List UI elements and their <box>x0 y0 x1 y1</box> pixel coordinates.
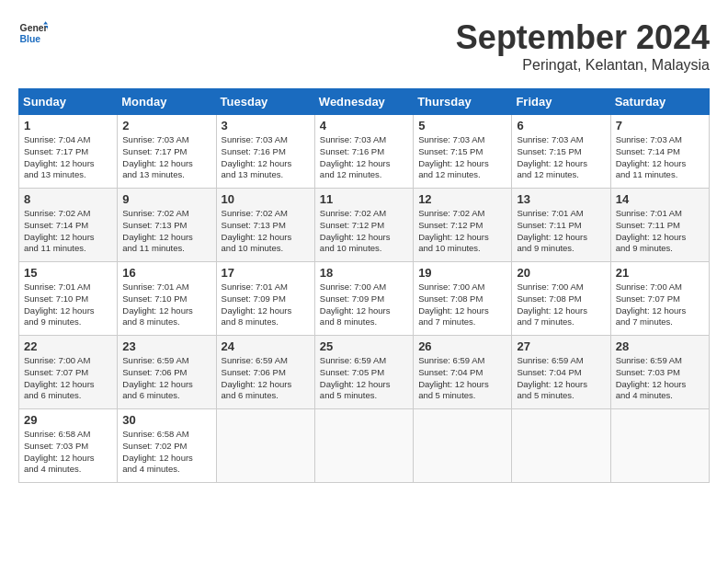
calendar-cell: 25Sunrise: 6:59 AM Sunset: 7:05 PM Dayli… <box>314 336 413 409</box>
day-number: 21 <box>616 266 704 280</box>
day-number: 30 <box>122 413 210 427</box>
day-info: Sunrise: 7:01 AM Sunset: 7:10 PM Dayligh… <box>122 282 210 328</box>
calendar-cell: 6Sunrise: 7:03 AM Sunset: 7:15 PM Daylig… <box>512 115 610 189</box>
weekday-header-saturday: Saturday <box>610 89 709 115</box>
calendar-cell <box>610 409 709 483</box>
calendar-cell: 9Sunrise: 7:02 AM Sunset: 7:13 PM Daylig… <box>118 189 216 262</box>
calendar-cell: 14Sunrise: 7:01 AM Sunset: 7:11 PM Dayli… <box>610 189 709 262</box>
calendar-cell: 28Sunrise: 6:59 AM Sunset: 7:03 PM Dayli… <box>610 336 709 409</box>
day-info: Sunrise: 7:02 AM Sunset: 7:14 PM Dayligh… <box>24 208 112 255</box>
day-info: Sunrise: 7:02 AM Sunset: 7:13 PM Dayligh… <box>222 208 310 255</box>
logo-icon: General Blue <box>18 18 48 48</box>
day-info: Sunrise: 7:02 AM Sunset: 7:12 PM Dayligh… <box>320 208 408 255</box>
calendar-cell <box>314 409 413 483</box>
page-header: General Blue September 2024 Peringat, Ke… <box>18 18 710 74</box>
day-number: 19 <box>418 266 506 280</box>
day-info: Sunrise: 7:02 AM Sunset: 7:13 PM Dayligh… <box>122 208 210 255</box>
day-number: 29 <box>24 413 112 427</box>
day-number: 7 <box>616 119 704 132</box>
day-number: 11 <box>320 192 408 206</box>
day-number: 28 <box>616 339 704 353</box>
weekday-header-monday: Monday <box>118 89 216 115</box>
calendar-cell: 26Sunrise: 6:59 AM Sunset: 7:04 PM Dayli… <box>414 336 512 409</box>
day-info: Sunrise: 6:58 AM Sunset: 7:03 PM Dayligh… <box>24 429 112 476</box>
logo: General Blue <box>18 18 48 48</box>
calendar-cell: 20Sunrise: 7:00 AM Sunset: 7:08 PM Dayli… <box>512 262 610 336</box>
calendar-cell: 24Sunrise: 6:59 AM Sunset: 7:06 PM Dayli… <box>216 336 314 409</box>
day-info: Sunrise: 6:58 AM Sunset: 7:02 PM Dayligh… <box>122 429 210 476</box>
day-info: Sunrise: 6:59 AM Sunset: 7:05 PM Dayligh… <box>320 355 408 402</box>
day-number: 1 <box>24 119 112 132</box>
day-info: Sunrise: 7:03 AM Sunset: 7:16 PM Dayligh… <box>222 134 310 181</box>
calendar-cell: 18Sunrise: 7:00 AM Sunset: 7:09 PM Dayli… <box>314 262 413 336</box>
day-info: Sunrise: 7:00 AM Sunset: 7:07 PM Dayligh… <box>616 282 704 328</box>
calendar-cell: 21Sunrise: 7:00 AM Sunset: 7:07 PM Dayli… <box>610 262 709 336</box>
day-info: Sunrise: 7:03 AM Sunset: 7:17 PM Dayligh… <box>122 134 210 181</box>
calendar-cell <box>216 409 314 483</box>
calendar-cell: 7Sunrise: 7:03 AM Sunset: 7:14 PM Daylig… <box>610 115 709 189</box>
day-info: Sunrise: 7:00 AM Sunset: 7:08 PM Dayligh… <box>418 282 506 328</box>
day-number: 27 <box>517 339 605 353</box>
day-number: 13 <box>517 192 605 206</box>
month-title: September 2024 <box>456 18 710 57</box>
day-number: 8 <box>24 192 112 206</box>
calendar-week-row: 15Sunrise: 7:01 AM Sunset: 7:10 PM Dayli… <box>19 262 710 336</box>
day-info: Sunrise: 7:03 AM Sunset: 7:16 PM Dayligh… <box>320 134 408 181</box>
day-info: Sunrise: 7:00 AM Sunset: 7:07 PM Dayligh… <box>24 355 112 402</box>
weekday-header-wednesday: Wednesday <box>314 89 413 115</box>
calendar-cell <box>512 409 610 483</box>
day-info: Sunrise: 7:04 AM Sunset: 7:17 PM Dayligh… <box>24 134 112 181</box>
calendar-cell <box>414 409 512 483</box>
day-number: 16 <box>122 266 210 280</box>
day-info: Sunrise: 6:59 AM Sunset: 7:04 PM Dayligh… <box>418 355 506 402</box>
day-number: 18 <box>320 266 408 280</box>
day-number: 14 <box>616 192 704 206</box>
day-number: 3 <box>222 119 310 132</box>
calendar-cell: 3Sunrise: 7:03 AM Sunset: 7:16 PM Daylig… <box>216 115 314 189</box>
day-info: Sunrise: 7:01 AM Sunset: 7:11 PM Dayligh… <box>616 208 704 255</box>
title-section: September 2024 Peringat, Kelantan, Malay… <box>456 18 710 74</box>
day-info: Sunrise: 6:59 AM Sunset: 7:06 PM Dayligh… <box>122 355 210 402</box>
day-info: Sunrise: 7:03 AM Sunset: 7:14 PM Dayligh… <box>616 134 704 181</box>
calendar-cell: 30Sunrise: 6:58 AM Sunset: 7:02 PM Dayli… <box>118 409 216 483</box>
day-info: Sunrise: 7:00 AM Sunset: 7:08 PM Dayligh… <box>517 282 605 328</box>
calendar-cell: 22Sunrise: 7:00 AM Sunset: 7:07 PM Dayli… <box>19 336 118 409</box>
day-number: 23 <box>122 339 210 353</box>
calendar-week-row: 8Sunrise: 7:02 AM Sunset: 7:14 PM Daylig… <box>19 189 710 262</box>
location-subtitle: Peringat, Kelantan, Malaysia <box>456 57 710 74</box>
calendar-cell: 1Sunrise: 7:04 AM Sunset: 7:17 PM Daylig… <box>19 115 118 189</box>
calendar-cell: 29Sunrise: 6:58 AM Sunset: 7:03 PM Dayli… <box>19 409 118 483</box>
weekday-header-sunday: Sunday <box>19 89 118 115</box>
calendar-cell: 12Sunrise: 7:02 AM Sunset: 7:12 PM Dayli… <box>414 189 512 262</box>
calendar-cell: 23Sunrise: 6:59 AM Sunset: 7:06 PM Dayli… <box>118 336 216 409</box>
svg-text:Blue: Blue <box>20 34 41 44</box>
weekday-header-thursday: Thursday <box>414 89 512 115</box>
day-number: 17 <box>222 266 310 280</box>
day-info: Sunrise: 7:01 AM Sunset: 7:09 PM Dayligh… <box>222 282 310 328</box>
day-info: Sunrise: 6:59 AM Sunset: 7:03 PM Dayligh… <box>616 355 704 402</box>
calendar-cell: 10Sunrise: 7:02 AM Sunset: 7:13 PM Dayli… <box>216 189 314 262</box>
day-number: 24 <box>222 339 310 353</box>
day-info: Sunrise: 7:03 AM Sunset: 7:15 PM Dayligh… <box>517 134 605 181</box>
day-number: 10 <box>222 192 310 206</box>
day-info: Sunrise: 7:02 AM Sunset: 7:12 PM Dayligh… <box>418 208 506 255</box>
day-number: 22 <box>24 339 112 353</box>
weekday-header-row: SundayMondayTuesdayWednesdayThursdayFrid… <box>19 89 710 115</box>
day-number: 4 <box>320 119 408 132</box>
calendar-cell: 5Sunrise: 7:03 AM Sunset: 7:15 PM Daylig… <box>414 115 512 189</box>
calendar-week-row: 22Sunrise: 7:00 AM Sunset: 7:07 PM Dayli… <box>19 336 710 409</box>
day-number: 26 <box>418 339 506 353</box>
day-number: 12 <box>418 192 506 206</box>
calendar-cell: 4Sunrise: 7:03 AM Sunset: 7:16 PM Daylig… <box>314 115 413 189</box>
day-number: 6 <box>517 119 605 132</box>
calendar-cell: 13Sunrise: 7:01 AM Sunset: 7:11 PM Dayli… <box>512 189 610 262</box>
day-info: Sunrise: 6:59 AM Sunset: 7:04 PM Dayligh… <box>517 355 605 402</box>
calendar-cell: 19Sunrise: 7:00 AM Sunset: 7:08 PM Dayli… <box>414 262 512 336</box>
day-number: 20 <box>517 266 605 280</box>
calendar-week-row: 1Sunrise: 7:04 AM Sunset: 7:17 PM Daylig… <box>19 115 710 189</box>
calendar-cell: 2Sunrise: 7:03 AM Sunset: 7:17 PM Daylig… <box>118 115 216 189</box>
day-info: Sunrise: 7:03 AM Sunset: 7:15 PM Dayligh… <box>418 134 506 181</box>
calendar-cell: 17Sunrise: 7:01 AM Sunset: 7:09 PM Dayli… <box>216 262 314 336</box>
day-number: 25 <box>320 339 408 353</box>
day-info: Sunrise: 7:01 AM Sunset: 7:11 PM Dayligh… <box>517 208 605 255</box>
